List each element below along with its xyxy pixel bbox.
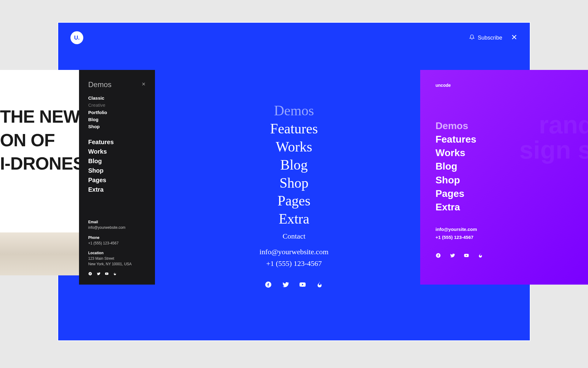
contact-block: Contact info@yourwebsite.com +1 (555) 12…: [259, 232, 328, 270]
subscribe-label: Subscribe: [478, 35, 502, 41]
dm-shop[interactable]: Shop: [88, 166, 146, 175]
flame-icon[interactable]: [478, 253, 483, 259]
dm-pages[interactable]: Pages: [88, 175, 146, 185]
dark-submenu: Classic Creative Portfolio Blog Shop: [88, 94, 146, 130]
logo[interactable]: U.: [70, 31, 83, 44]
dark-sidebar: Demos Classic Creative Portfolio Blog Sh…: [79, 70, 155, 285]
facebook-icon[interactable]: [265, 281, 272, 289]
location-value-1: 123 Main Street: [88, 256, 146, 261]
flame-icon[interactable]: [113, 272, 117, 277]
twitter-icon[interactable]: [282, 281, 289, 289]
main-social: [265, 281, 323, 289]
pm-shop[interactable]: Shop: [435, 173, 588, 187]
bell-icon: [469, 34, 475, 41]
location-label: Location: [88, 251, 146, 255]
nav-extra[interactable]: Extra: [270, 210, 318, 228]
nav-works[interactable]: Works: [270, 138, 318, 156]
nav-shop[interactable]: Shop: [270, 174, 318, 192]
hero-line-3: I-DRONES: [0, 152, 85, 175]
contact-phone[interactable]: +1 (555) 123-4567: [259, 258, 328, 269]
contact-heading: Contact: [259, 232, 328, 240]
dm-features[interactable]: Features: [88, 137, 146, 147]
dark-social: [88, 272, 146, 277]
sub-blog[interactable]: Blog: [88, 116, 146, 123]
nav-features[interactable]: Features: [270, 120, 318, 138]
pm-demos[interactable]: Demos: [435, 119, 588, 132]
facebook-icon[interactable]: [88, 272, 92, 277]
phone-label: Phone: [88, 236, 146, 240]
twitter-icon[interactable]: [450, 253, 455, 259]
email-label: Email: [88, 220, 146, 224]
main-header: U. Subscribe: [70, 31, 518, 44]
sub-classic[interactable]: Classic: [88, 94, 146, 102]
facebook-icon[interactable]: [435, 253, 441, 259]
header-right: Subscribe: [469, 34, 518, 42]
hero-line-1: THE NEW: [0, 105, 85, 128]
sub-creative[interactable]: Creative: [88, 102, 146, 109]
purple-phone[interactable]: +1 (555) 123-4567: [435, 233, 588, 241]
sub-shop[interactable]: Shop: [88, 123, 146, 130]
youtube-icon[interactable]: [299, 281, 306, 289]
pm-blog[interactable]: Blog: [435, 159, 588, 173]
purple-menu: Demos Features Works Blog Shop Pages Ext…: [435, 119, 588, 214]
hero-line-2: ON OF: [0, 128, 85, 152]
twitter-icon[interactable]: [96, 272, 100, 277]
youtube-icon[interactable]: [464, 253, 469, 259]
phone-value[interactable]: +1 (555) 123-4567: [88, 241, 146, 246]
dark-main-menu: Features Works Blog Shop Pages Extra: [88, 137, 146, 194]
purple-contact: info@yoursite.com +1 (555) 123-4567: [435, 225, 588, 241]
dm-blog[interactable]: Blog: [88, 156, 146, 166]
nav-pages[interactable]: Pages: [270, 192, 318, 210]
left-hero-panel: THE NEW ON OF I-DRONES: [0, 70, 80, 232]
close-icon[interactable]: [141, 82, 146, 87]
logo-text: U.: [74, 35, 80, 41]
purple-panel: randi sign st uncode Demos Features Work…: [420, 70, 588, 285]
flame-icon[interactable]: [316, 281, 323, 289]
purple-logo[interactable]: uncode: [435, 83, 588, 88]
contact-email[interactable]: info@yourwebsite.com: [259, 246, 328, 258]
pm-extra[interactable]: Extra: [435, 200, 588, 214]
subscribe-button[interactable]: Subscribe: [469, 34, 502, 41]
close-icon[interactable]: [511, 34, 518, 42]
nav-demos[interactable]: Demos: [270, 102, 318, 120]
sidebar-title: Demos: [88, 80, 111, 89]
dm-extra[interactable]: Extra: [88, 185, 146, 194]
email-value[interactable]: info@yourwebsite.com: [88, 225, 146, 230]
dark-header: Demos: [88, 80, 146, 89]
dark-footer: Email info@yourwebsite.com Phone +1 (555…: [88, 220, 146, 277]
hero-image-strip: [0, 232, 80, 275]
sub-portfolio[interactable]: Portfolio: [88, 109, 146, 116]
dm-works[interactable]: Works: [88, 147, 146, 156]
youtube-icon[interactable]: [105, 272, 109, 277]
nav-blog[interactable]: Blog: [270, 156, 318, 174]
pm-pages[interactable]: Pages: [435, 187, 588, 200]
main-menu: Demos Features Works Blog Shop Pages Ext…: [270, 102, 318, 228]
purple-social: [435, 253, 588, 259]
purple-email[interactable]: info@yoursite.com: [435, 225, 588, 233]
pm-features[interactable]: Features: [435, 132, 588, 146]
pm-works[interactable]: Works: [435, 146, 588, 159]
hero-headline: THE NEW ON OF I-DRONES: [0, 105, 85, 175]
location-value-2: New York, NY 10001, USA: [88, 262, 146, 267]
